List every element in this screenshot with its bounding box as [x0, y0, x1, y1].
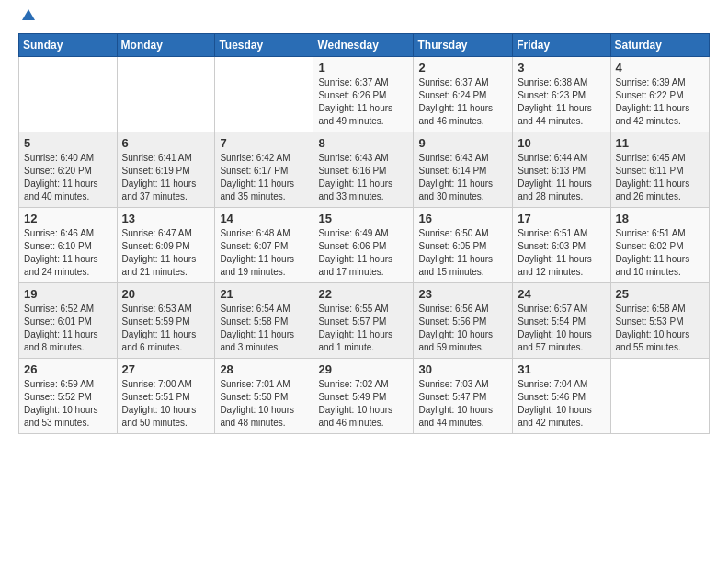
day-info: Sunrise: 6:42 AM Sunset: 6:17 PM Dayligh… — [220, 152, 308, 203]
day-number: 28 — [220, 362, 308, 376]
day-number: 22 — [318, 287, 408, 301]
day-number: 31 — [518, 362, 605, 376]
day-number: 20 — [122, 287, 210, 301]
logo — [18, 15, 37, 24]
day-number: 24 — [518, 287, 605, 301]
week-row-5: 26Sunrise: 6:59 AM Sunset: 5:52 PM Dayli… — [19, 359, 710, 434]
day-info: Sunrise: 6:37 AM Sunset: 6:24 PM Dayligh… — [418, 76, 507, 128]
day-number: 1 — [318, 61, 408, 75]
header — [18, 15, 710, 24]
calendar-cell: 31Sunrise: 7:04 AM Sunset: 5:46 PM Dayli… — [513, 359, 610, 434]
day-number: 4 — [616, 61, 704, 75]
day-number: 19 — [24, 287, 112, 301]
day-info: Sunrise: 6:58 AM Sunset: 5:53 PM Dayligh… — [616, 303, 704, 354]
calendar-cell — [19, 57, 118, 132]
weekday-header-tuesday: Tuesday — [215, 34, 313, 57]
calendar-cell — [215, 57, 313, 132]
week-row-1: 1Sunrise: 6:37 AM Sunset: 6:26 PM Daylig… — [19, 57, 710, 132]
day-info: Sunrise: 6:49 AM Sunset: 6:06 PM Dayligh… — [318, 227, 408, 279]
calendar-table: SundayMondayTuesdayWednesdayThursdayFrid… — [18, 33, 710, 434]
day-number: 6 — [122, 136, 210, 150]
day-info: Sunrise: 6:38 AM Sunset: 6:23 PM Dayligh… — [518, 76, 605, 128]
day-info: Sunrise: 6:46 AM Sunset: 6:10 PM Dayligh… — [24, 227, 112, 279]
day-number: 18 — [616, 212, 704, 225]
day-number: 23 — [418, 287, 507, 301]
calendar-cell: 14Sunrise: 6:48 AM Sunset: 6:07 PM Dayli… — [215, 208, 313, 283]
week-row-2: 5Sunrise: 6:40 AM Sunset: 6:20 PM Daylig… — [19, 132, 710, 208]
day-info: Sunrise: 6:51 AM Sunset: 6:03 PM Dayligh… — [518, 227, 605, 279]
calendar-cell: 12Sunrise: 6:46 AM Sunset: 6:10 PM Dayli… — [19, 208, 118, 283]
calendar-cell — [117, 57, 215, 132]
day-number: 11 — [616, 136, 704, 150]
calendar-cell: 22Sunrise: 6:55 AM Sunset: 5:57 PM Dayli… — [313, 283, 414, 359]
calendar-container: SundayMondayTuesdayWednesdayThursdayFrid… — [0, 0, 728, 563]
day-number: 10 — [518, 136, 605, 150]
week-row-3: 12Sunrise: 6:46 AM Sunset: 6:10 PM Dayli… — [19, 208, 710, 283]
calendar-cell: 9Sunrise: 6:43 AM Sunset: 6:14 PM Daylig… — [414, 132, 513, 208]
calendar-cell: 23Sunrise: 6:56 AM Sunset: 5:56 PM Dayli… — [414, 283, 513, 359]
weekday-header-row: SundayMondayTuesdayWednesdayThursdayFrid… — [19, 34, 710, 57]
calendar-cell: 21Sunrise: 6:54 AM Sunset: 5:58 PM Dayli… — [215, 283, 313, 359]
weekday-header-wednesday: Wednesday — [313, 34, 414, 57]
weekday-header-friday: Friday — [513, 34, 610, 57]
day-number: 5 — [24, 136, 112, 150]
week-row-4: 19Sunrise: 6:52 AM Sunset: 6:01 PM Dayli… — [19, 283, 710, 359]
calendar-cell: 11Sunrise: 6:45 AM Sunset: 6:11 PM Dayli… — [610, 132, 709, 208]
calendar-cell: 8Sunrise: 6:43 AM Sunset: 6:16 PM Daylig… — [313, 132, 414, 208]
day-info: Sunrise: 6:51 AM Sunset: 6:02 PM Dayligh… — [616, 227, 704, 279]
day-info: Sunrise: 6:48 AM Sunset: 6:07 PM Dayligh… — [220, 227, 308, 279]
weekday-header-thursday: Thursday — [414, 34, 513, 57]
calendar-cell: 16Sunrise: 6:50 AM Sunset: 6:05 PM Dayli… — [414, 208, 513, 283]
day-info: Sunrise: 7:03 AM Sunset: 5:47 PM Dayligh… — [418, 378, 507, 430]
day-number: 14 — [220, 212, 308, 225]
calendar-cell: 5Sunrise: 6:40 AM Sunset: 6:20 PM Daylig… — [19, 132, 118, 208]
day-info: Sunrise: 6:40 AM Sunset: 6:20 PM Dayligh… — [24, 152, 112, 203]
weekday-header-sunday: Sunday — [19, 34, 118, 57]
calendar-cell: 28Sunrise: 7:01 AM Sunset: 5:50 PM Dayli… — [215, 359, 313, 434]
day-info: Sunrise: 6:39 AM Sunset: 6:22 PM Dayligh… — [616, 76, 704, 128]
day-info: Sunrise: 6:52 AM Sunset: 6:01 PM Dayligh… — [24, 303, 112, 354]
calendar-cell: 26Sunrise: 6:59 AM Sunset: 5:52 PM Dayli… — [19, 359, 118, 434]
day-number: 7 — [220, 136, 308, 150]
calendar-cell: 15Sunrise: 6:49 AM Sunset: 6:06 PM Dayli… — [313, 208, 414, 283]
day-number: 27 — [122, 362, 210, 376]
day-number: 8 — [318, 136, 408, 150]
day-info: Sunrise: 7:04 AM Sunset: 5:46 PM Dayligh… — [518, 378, 605, 430]
day-number: 25 — [616, 287, 704, 301]
calendar-cell: 7Sunrise: 6:42 AM Sunset: 6:17 PM Daylig… — [215, 132, 313, 208]
calendar-cell: 20Sunrise: 6:53 AM Sunset: 5:59 PM Dayli… — [117, 283, 215, 359]
calendar-cell: 13Sunrise: 6:47 AM Sunset: 6:09 PM Dayli… — [117, 208, 215, 283]
day-info: Sunrise: 6:59 AM Sunset: 5:52 PM Dayligh… — [24, 378, 112, 430]
calendar-cell: 19Sunrise: 6:52 AM Sunset: 6:01 PM Dayli… — [19, 283, 118, 359]
day-number: 2 — [418, 61, 507, 75]
weekday-header-monday: Monday — [117, 34, 215, 57]
day-number: 21 — [220, 287, 308, 301]
calendar-cell — [610, 359, 709, 434]
day-number: 30 — [418, 362, 507, 376]
calendar-cell: 3Sunrise: 6:38 AM Sunset: 6:23 PM Daylig… — [513, 57, 610, 132]
day-info: Sunrise: 6:57 AM Sunset: 5:54 PM Dayligh… — [518, 303, 605, 354]
day-info: Sunrise: 7:01 AM Sunset: 5:50 PM Dayligh… — [220, 378, 308, 430]
day-info: Sunrise: 6:37 AM Sunset: 6:26 PM Dayligh… — [318, 76, 408, 128]
day-number: 17 — [518, 212, 605, 225]
day-info: Sunrise: 6:53 AM Sunset: 5:59 PM Dayligh… — [122, 303, 210, 354]
day-info: Sunrise: 6:50 AM Sunset: 6:05 PM Dayligh… — [418, 227, 507, 279]
calendar-cell: 27Sunrise: 7:00 AM Sunset: 5:51 PM Dayli… — [117, 359, 215, 434]
day-info: Sunrise: 6:44 AM Sunset: 6:13 PM Dayligh… — [518, 152, 605, 203]
calendar-cell: 10Sunrise: 6:44 AM Sunset: 6:13 PM Dayli… — [513, 132, 610, 208]
weekday-header-saturday: Saturday — [610, 34, 709, 57]
day-info: Sunrise: 6:47 AM Sunset: 6:09 PM Dayligh… — [122, 227, 210, 279]
calendar-cell: 25Sunrise: 6:58 AM Sunset: 5:53 PM Dayli… — [610, 283, 709, 359]
calendar-cell: 17Sunrise: 6:51 AM Sunset: 6:03 PM Dayli… — [513, 208, 610, 283]
day-number: 13 — [122, 212, 210, 225]
day-number: 26 — [24, 362, 112, 376]
day-info: Sunrise: 6:43 AM Sunset: 6:14 PM Dayligh… — [418, 152, 507, 203]
day-info: Sunrise: 6:55 AM Sunset: 5:57 PM Dayligh… — [318, 303, 408, 354]
day-info: Sunrise: 6:41 AM Sunset: 6:19 PM Dayligh… — [122, 152, 210, 203]
calendar-cell: 4Sunrise: 6:39 AM Sunset: 6:22 PM Daylig… — [610, 57, 709, 132]
day-number: 15 — [318, 212, 408, 225]
calendar-cell: 2Sunrise: 6:37 AM Sunset: 6:24 PM Daylig… — [414, 57, 513, 132]
day-info: Sunrise: 6:45 AM Sunset: 6:11 PM Dayligh… — [616, 152, 704, 203]
day-info: Sunrise: 6:43 AM Sunset: 6:16 PM Dayligh… — [318, 152, 408, 203]
day-info: Sunrise: 7:02 AM Sunset: 5:49 PM Dayligh… — [318, 378, 408, 430]
